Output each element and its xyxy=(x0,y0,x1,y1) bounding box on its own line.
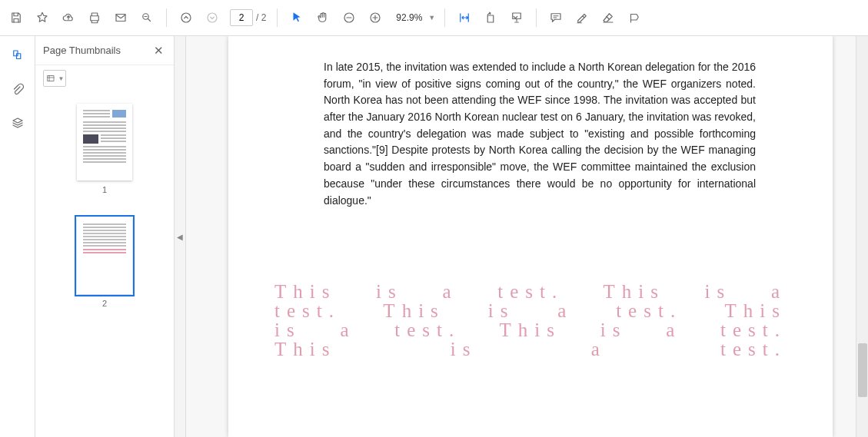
svg-point-2 xyxy=(181,13,191,22)
email-button[interactable] xyxy=(108,5,134,30)
document-page: In late 2015, the invitation was extende… xyxy=(228,36,833,437)
zoom-dropdown[interactable]: 92.9% ▼ xyxy=(391,12,435,23)
rotate-button[interactable] xyxy=(477,5,504,30)
favorite-button[interactable] xyxy=(29,5,55,30)
close-panel-button[interactable]: ✕ xyxy=(151,43,166,58)
collapse-panel-button[interactable]: ◀ xyxy=(175,36,186,437)
highlight-button[interactable] xyxy=(569,5,595,30)
page-up-button[interactable] xyxy=(173,5,199,30)
page-indicator: / 2 xyxy=(230,9,266,26)
chevron-down-icon: ▼ xyxy=(428,14,435,22)
toolbar-separator xyxy=(166,8,167,27)
search-button[interactable] xyxy=(134,5,160,30)
toolbar-separator xyxy=(277,8,278,27)
toolbar-separator xyxy=(536,8,537,27)
zoom-out-button[interactable] xyxy=(336,5,362,30)
fit-width-button[interactable] xyxy=(451,5,477,30)
thumbnail-number: 1 xyxy=(102,185,107,194)
toolbar: / 2 92.9% ▼ xyxy=(0,0,868,36)
thumbnails-tab[interactable] xyxy=(6,44,29,67)
page-down-button[interactable] xyxy=(199,5,225,30)
hand-tool-button[interactable] xyxy=(310,5,336,30)
cloud-upload-button[interactable] xyxy=(55,5,81,30)
select-tool-button[interactable] xyxy=(284,5,310,30)
body-text: In late 2015, the invitation was extende… xyxy=(324,59,756,209)
document-viewer[interactable]: In late 2015, the invitation was extende… xyxy=(186,36,868,437)
read-mode-button[interactable] xyxy=(504,5,530,30)
attachments-tab[interactable] xyxy=(6,78,29,101)
page-number-input[interactable] xyxy=(230,9,253,26)
vertical-scrollbar[interactable] xyxy=(856,36,868,437)
panel-options-button[interactable]: ▼ xyxy=(43,70,66,87)
left-rail xyxy=(0,36,35,437)
panel-title: Page Thumbnails xyxy=(43,45,121,56)
scrollbar-thumb[interactable] xyxy=(858,343,867,397)
svg-rect-10 xyxy=(48,76,54,81)
svg-point-3 xyxy=(208,13,217,22)
layers-tab[interactable] xyxy=(6,111,29,134)
svg-rect-7 xyxy=(513,13,521,19)
thumbnail-number: 2 xyxy=(102,299,107,308)
eraser-button[interactable] xyxy=(595,5,621,30)
page-total: / 2 xyxy=(256,12,266,23)
thumbnail-page-1[interactable]: 1 xyxy=(75,104,134,194)
print-button[interactable] xyxy=(81,5,108,30)
toolbar-separator xyxy=(444,8,445,27)
zoom-in-button[interactable] xyxy=(362,5,388,30)
sign-button[interactable] xyxy=(621,5,647,30)
comment-button[interactable] xyxy=(543,5,569,30)
thumbnail-page-2[interactable]: 2 xyxy=(75,217,134,308)
zoom-value: 92.9% xyxy=(391,12,422,23)
thumbnails-panel: Page Thumbnails ✕ ▼ 1 xyxy=(35,36,175,437)
watermark-text: This is a test. This is a test. This is … xyxy=(274,282,787,359)
save-button[interactable] xyxy=(3,5,29,30)
svg-rect-6 xyxy=(488,15,494,22)
